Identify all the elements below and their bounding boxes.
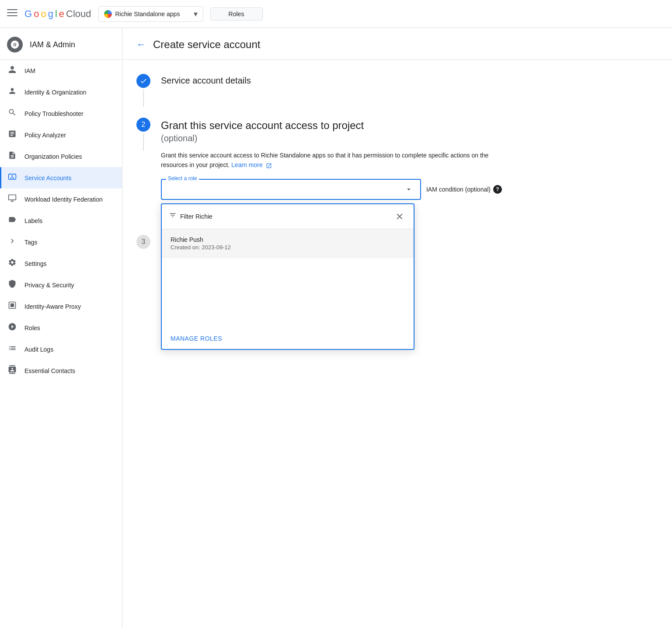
- step1-connector: [143, 90, 144, 107]
- step3-number: 3: [142, 238, 146, 246]
- labels-icon: [7, 215, 17, 226]
- step2-content: Grant this service account access to pro…: [161, 118, 502, 224]
- sidebar-item-org-policies[interactable]: Organization Policies: [0, 146, 122, 167]
- filter-text: Filter Richie: [180, 213, 389, 220]
- step1-indicator: [136, 74, 150, 107]
- project-icon: [104, 10, 112, 18]
- iam-condition-help-icon[interactable]: ?: [493, 185, 502, 194]
- identity-org-icon: [7, 87, 17, 98]
- sidebar-label-audit-logs: Audit Logs: [24, 346, 53, 353]
- menu-icon[interactable]: [7, 7, 17, 20]
- sidebar-label-tags: Tags: [24, 239, 38, 246]
- dropdown-item-date: Created on: 2023-09-12: [171, 244, 405, 251]
- service-accounts-icon: [7, 172, 17, 183]
- step2-circle: 2: [136, 118, 150, 132]
- svg-point-5: [11, 175, 13, 177]
- back-arrow-button[interactable]: ←: [136, 39, 146, 50]
- roles-button[interactable]: Roles: [210, 7, 263, 21]
- sidebar-label-identity-aware-proxy: Identity-Aware Proxy: [24, 303, 81, 310]
- sidebar-item-audit-logs[interactable]: Audit Logs: [0, 338, 122, 360]
- sidebar: IAM & Admin IAM Identity & Organization …: [0, 28, 122, 628]
- sidebar-item-workload-identity[interactable]: Workload Identity Federation: [0, 188, 122, 210]
- sidebar-label-workload-identity: Workload Identity Federation: [24, 196, 103, 203]
- step1-circle: [136, 74, 150, 88]
- sidebar-header: IAM & Admin: [0, 28, 122, 60]
- svg-rect-8: [10, 304, 14, 307]
- svg-rect-1: [7, 12, 17, 13]
- role-select-field[interactable]: [161, 179, 421, 200]
- sidebar-item-iam[interactable]: IAM: [0, 60, 122, 81]
- policy-analyzer-icon: [7, 129, 17, 140]
- sidebar-item-privacy-security[interactable]: Privacy & Security: [0, 274, 122, 296]
- step2-title: Grant this service account access to pro…: [161, 119, 502, 132]
- step2-description: Grant this service account access to Ric…: [161, 150, 502, 170]
- page-header: ← Create service account: [122, 28, 672, 60]
- filter-icon: [169, 211, 177, 221]
- sidebar-item-tags[interactable]: Tags: [0, 231, 122, 253]
- step1-content: Service account details: [161, 74, 502, 107]
- privacy-security-icon: [7, 279, 17, 290]
- layout: IAM & Admin IAM Identity & Organization …: [0, 28, 672, 628]
- sidebar-label-privacy-security: Privacy & Security: [24, 282, 74, 289]
- dropdown-item-richie-push[interactable]: Richie Push Created on: 2023-09-12: [162, 229, 414, 258]
- sidebar-label-iam: IAM: [24, 67, 35, 74]
- sidebar-item-policy-analyzer[interactable]: Policy Analyzer: [0, 124, 122, 146]
- org-policies-icon: [7, 151, 17, 162]
- workload-identity-icon: [7, 194, 17, 205]
- sidebar-label-settings: Settings: [24, 260, 47, 267]
- step2-section: 2 Grant this service account access to p…: [136, 118, 502, 224]
- role-dropdown-popup: Filter Richie Richie Push Created on: 20…: [161, 203, 414, 350]
- step2-number: 2: [142, 121, 146, 129]
- sidebar-item-settings[interactable]: Settings: [0, 253, 122, 274]
- iam-admin-icon: [7, 37, 23, 52]
- role-select-label: Select a role: [166, 175, 199, 181]
- sidebar-label-essential-contacts: Essential Contacts: [24, 367, 75, 374]
- role-select-row: Select a role: [161, 179, 502, 200]
- page-title: Create service account: [153, 38, 260, 51]
- sidebar-item-service-accounts[interactable]: Service Accounts: [0, 167, 122, 188]
- audit-logs-icon: [7, 344, 17, 355]
- svg-point-3: [11, 88, 14, 91]
- sidebar-label-service-accounts: Service Accounts: [24, 174, 71, 181]
- sidebar-label-policy-analyzer: Policy Analyzer: [24, 132, 66, 139]
- project-name: Richie Standalone apps: [115, 10, 190, 17]
- svg-rect-6: [9, 195, 16, 200]
- step2-subtitle: (optional): [161, 133, 502, 143]
- essential-contacts-icon: [7, 365, 17, 376]
- tags-icon: [7, 237, 17, 248]
- sidebar-item-essential-contacts[interactable]: Essential Contacts: [0, 360, 122, 381]
- sidebar-label-policy-troubleshooter: Policy Troubleshooter: [24, 110, 84, 117]
- sidebar-item-policy-troubleshooter[interactable]: Policy Troubleshooter: [0, 103, 122, 124]
- roles-icon: [7, 322, 17, 333]
- sidebar-item-roles[interactable]: Roles: [0, 317, 122, 338]
- role-select-wrapper: Select a role: [161, 179, 421, 200]
- sidebar-title: IAM & Admin: [30, 40, 75, 49]
- sidebar-item-labels[interactable]: Labels: [0, 210, 122, 231]
- policy-troubleshooter-icon: [7, 108, 17, 119]
- manage-roles-label: MANAGE ROLES: [171, 335, 222, 342]
- dropdown-filter-row: Filter Richie: [162, 204, 414, 229]
- step1-section: Service account details: [136, 74, 502, 107]
- dropdown-empty-space: [162, 258, 414, 328]
- dropdown-close-button[interactable]: [393, 209, 407, 223]
- sidebar-item-identity-aware-proxy[interactable]: Identity-Aware Proxy: [0, 296, 122, 317]
- identity-aware-proxy-icon: [7, 301, 17, 312]
- step2-indicator: 2: [136, 118, 150, 224]
- svg-rect-0: [7, 9, 17, 10]
- step2-connector: [143, 133, 144, 151]
- learn-more-link[interactable]: Learn more: [231, 161, 263, 168]
- main-content: ← Create service account Service account…: [122, 28, 672, 628]
- sidebar-label-identity-org: Identity & Organization: [24, 89, 87, 96]
- iam-icon: [7, 65, 17, 76]
- step3-circle: 3: [136, 235, 150, 249]
- manage-roles-button[interactable]: MANAGE ROLES: [162, 328, 414, 349]
- project-selector[interactable]: Richie Standalone apps ▾: [98, 6, 203, 22]
- sidebar-item-identity-org[interactable]: Identity & Organization: [0, 81, 122, 103]
- project-dropdown-arrow: ▾: [194, 9, 198, 19]
- settings-icon: [7, 258, 17, 269]
- sidebar-label-roles: Roles: [24, 324, 40, 331]
- dropdown-item-name: Richie Push: [171, 236, 405, 243]
- google-cloud-logo: Google Cloud: [24, 8, 91, 20]
- sidebar-label-labels: Labels: [24, 217, 42, 224]
- iam-condition-label: IAM condition (optional) ?: [426, 179, 502, 194]
